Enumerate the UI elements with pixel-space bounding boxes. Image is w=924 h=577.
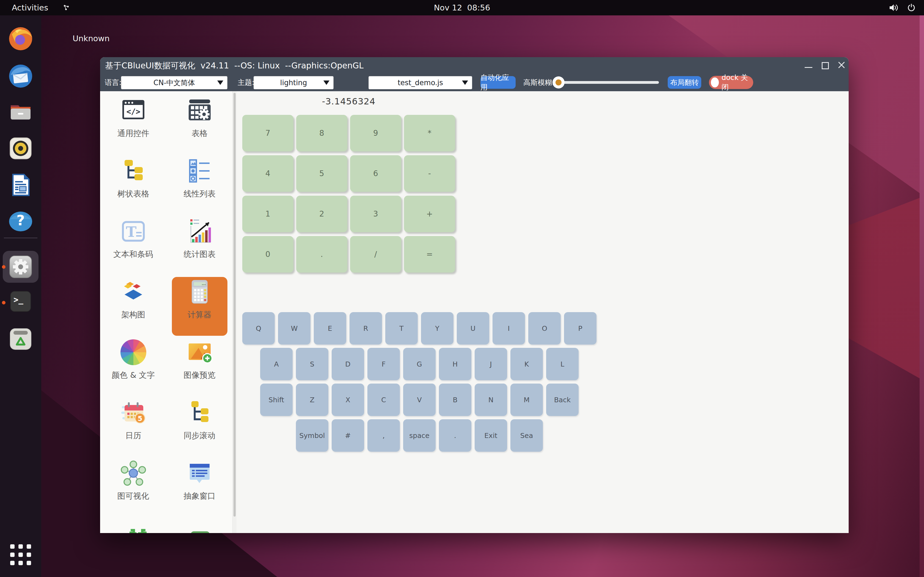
scrollbar-thumb[interactable] [233,93,236,517]
keyboard-key[interactable]: B [439,384,471,416]
sidebar-item-calendar[interactable]: 5 日历 [100,398,166,458]
keyboard-key[interactable]: P [564,312,596,345]
keyboard-key[interactable]: O [528,312,561,345]
maximize-button[interactable] [818,57,832,74]
calc-key[interactable]: 0 [242,236,293,272]
minimize-button[interactable] [802,57,815,74]
keyboard-key[interactable]: , [367,419,400,452]
sidebar-item-image-preview[interactable]: 图像预览 [166,337,233,398]
calc-key[interactable]: 9 [350,115,401,152]
app-menu[interactable]: Unknown [63,0,73,15]
keyboard-key[interactable]: E [314,312,346,345]
sidebar-item-text-barcode[interactable]: T 文本和条码 [100,216,166,277]
keyboard-key[interactable]: Exit [475,419,507,452]
keyboard-key[interactable]: H [439,348,471,380]
show-applications-button[interactable] [10,544,31,565]
calc-key[interactable]: - [404,155,455,192]
keyboard-key[interactable]: F [367,348,400,380]
clock[interactable]: Nov 12 08:56 [434,0,490,15]
libreoffice-writer-icon[interactable] [7,172,34,198]
keyboard-key[interactable]: S [296,348,328,380]
help-icon[interactable]: ? [7,208,34,235]
sidebar-item-common-widgets[interactable]: </> 通用控件 [100,96,166,156]
calc-key[interactable]: 7 [242,115,293,152]
layout-flip-button[interactable]: 布局翻转 [668,76,701,89]
app-menu-label: Unknown [73,31,110,46]
calc-key[interactable]: . [296,236,347,272]
trash-icon[interactable] [7,326,34,352]
keyboard-key[interactable]: U [457,312,489,345]
slider-knob[interactable] [552,76,565,89]
sidebar-item-abstract-window[interactable]: 抽象窗口 [166,458,233,519]
sidebar-item-label: 树状表格 [118,189,149,200]
keyboard-key[interactable]: I [493,312,525,345]
keyboard-key[interactable]: # [332,419,364,452]
slider-track[interactable] [554,81,659,84]
sidebar-item-stats-chart[interactable]: 统计图表 [166,216,233,277]
language-select[interactable]: CN-中文简体 [121,76,228,89]
sidebar-item-architecture[interactable]: 架构图 [100,277,166,337]
calc-key[interactable]: 3 [350,196,401,232]
calc-key[interactable]: * [404,115,455,152]
dock: ? >_ [0,15,41,577]
calc-key[interactable]: 1 [242,196,293,232]
blur-slider[interactable] [554,74,659,91]
keyboard-key[interactable]: N [475,384,507,416]
sidebar-item-linear-list[interactable]: 线性列表 [166,156,233,216]
keyboard-key[interactable]: T [385,312,418,345]
keyboard-key[interactable]: R [349,312,382,345]
keyboard-key[interactable]: Sea [510,419,543,452]
thunderbird-icon[interactable] [7,63,34,89]
dock-toggle[interactable]: dock 关闭 [709,76,753,89]
calc-key[interactable]: 6 [350,155,401,192]
calc-key[interactable]: + [404,196,455,232]
keyboard-key[interactable]: L [546,348,578,380]
keyboard-key[interactable]: . [439,419,471,452]
keyboard-key[interactable]: space [403,419,436,452]
sidebar-scrollbar[interactable] [233,91,236,533]
sidebar-item-sync-scroll[interactable]: 同步滚动 [166,398,233,458]
calc-key[interactable]: 4 [242,155,293,192]
activities-button[interactable]: Activities [12,0,48,15]
keyboard-key[interactable]: X [332,384,364,416]
calc-key[interactable]: = [404,236,455,272]
close-button[interactable] [835,57,848,74]
sidebar-item-calculator[interactable]: 计算器 [166,277,233,337]
keyboard-key[interactable]: V [403,384,436,416]
auto-apply-button[interactable]: 自动化应用 [480,76,515,89]
keyboard-key[interactable]: C [367,384,400,416]
keyboard-key[interactable]: Z [296,384,328,416]
dock-toggle-label: dock 关闭 [722,73,748,92]
keyboard-key[interactable]: A [260,348,292,380]
keyboard-key[interactable]: J [475,348,507,380]
keyboard-key[interactable]: K [510,348,543,380]
keyboard-key[interactable]: G [403,348,436,380]
calc-key[interactable]: 5 [296,155,347,192]
keyboard-key[interactable]: M [510,384,543,416]
keyboard-key[interactable]: D [332,348,364,380]
keyboard-key[interactable]: W [278,312,310,345]
firefox-icon[interactable] [7,26,34,52]
settings-icon[interactable] [7,254,34,280]
sidebar-item-color-text[interactable]: 颜色 & 文字 [100,337,166,398]
calc-key[interactable]: 2 [296,196,347,232]
power-icon[interactable] [907,3,916,12]
volume-icon[interactable] [889,3,900,12]
sidebar-item-partial-panel[interactable] [187,529,213,533]
sidebar-item-graph-viz[interactable]: 图可视化 [100,458,166,519]
sidebar-item-tree-table[interactable]: 树状表格 [100,156,166,216]
keyboard-key[interactable]: Shift [260,384,292,416]
script-select[interactable]: test_demo.js [368,76,472,89]
terminal-icon[interactable]: >_ [8,289,33,314]
calc-key[interactable]: / [350,236,401,272]
files-icon[interactable] [7,98,34,125]
sidebar-item-table[interactable]: 表格 [166,96,233,156]
keyboard-key[interactable]: Y [421,312,454,345]
keyboard-key[interactable]: Q [242,312,275,345]
rhythmbox-icon[interactable] [7,135,34,161]
keyboard-key[interactable]: Back [546,384,578,416]
theme-select[interactable]: lighting [254,76,334,89]
keyboard-key[interactable]: Symbol [296,419,328,452]
sidebar-item-partial-brackets[interactable] [125,527,151,533]
calc-key[interactable]: 8 [296,115,347,152]
